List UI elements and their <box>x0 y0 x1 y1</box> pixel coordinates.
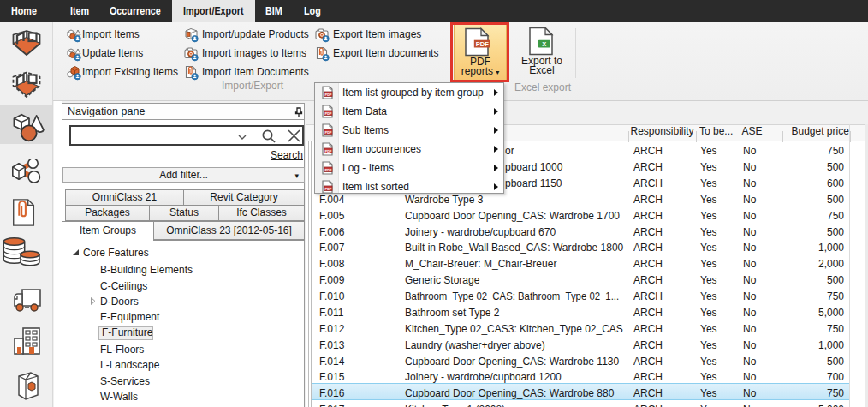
svg-text:X: X <box>542 40 546 48</box>
svg-text:PDF: PDF <box>325 148 333 153</box>
svg-text:PDF: PDF <box>325 93 333 97</box>
svg-text:PDF: PDF <box>325 129 333 134</box>
svg-text:PDF: PDF <box>325 111 333 115</box>
svg-text:PDF: PDF <box>325 167 333 171</box>
svg-text:PDF: PDF <box>325 186 333 190</box>
